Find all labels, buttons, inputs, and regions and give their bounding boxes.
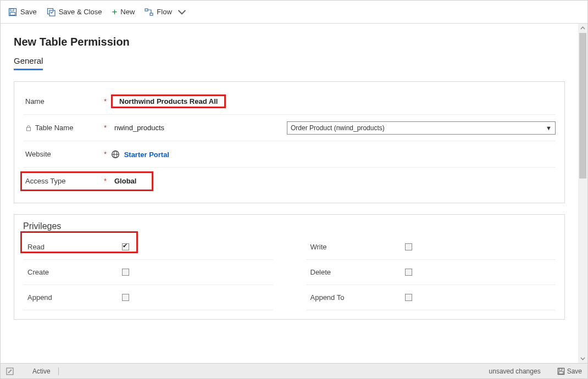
dropdown-value: Order Product (nwind_products) xyxy=(291,124,385,132)
table-name-label: Table Name * xyxy=(23,124,111,132)
privileges-section: Privileges Read Write Create xyxy=(14,214,565,320)
general-section: Name * Northwind Products Read All xyxy=(14,81,565,203)
svg-rect-1 xyxy=(10,9,14,11)
save-label: Save xyxy=(20,8,37,16)
delete-checkbox[interactable] xyxy=(405,269,412,276)
new-label: New xyxy=(120,8,135,16)
read-checkbox[interactable] xyxy=(122,243,129,250)
footer-save-button[interactable]: Save xyxy=(557,367,582,375)
edit-status-icon xyxy=(6,367,14,375)
append-to-label: Append To xyxy=(306,293,405,302)
scroll-down-button[interactable] xyxy=(578,354,587,363)
unsaved-changes-label: unsaved changes xyxy=(489,367,541,375)
access-type-field[interactable]: Global xyxy=(111,175,140,187)
lock-icon xyxy=(25,125,32,131)
name-label: Name * xyxy=(23,97,111,105)
svg-rect-4 xyxy=(49,10,55,16)
flow-icon xyxy=(145,8,153,16)
read-label: Read xyxy=(23,243,122,251)
new-button[interactable]: + New xyxy=(112,7,135,16)
chevron-down-icon xyxy=(177,8,186,16)
svg-rect-11 xyxy=(7,368,13,375)
record-status: Active xyxy=(32,367,51,375)
scrollbar-track[interactable] xyxy=(578,33,587,354)
globe-icon xyxy=(111,150,120,159)
svg-rect-7 xyxy=(27,127,31,131)
table-name-dropdown[interactable]: Order Product (nwind_products) ▼ xyxy=(287,121,556,135)
website-value[interactable]: Starter Portal xyxy=(111,150,169,159)
table-name-field[interactable]: nwind_products xyxy=(111,121,168,134)
append-to-checkbox[interactable] xyxy=(405,294,412,301)
required-marker: * xyxy=(104,124,111,132)
svg-rect-14 xyxy=(559,371,563,374)
svg-rect-6 xyxy=(150,13,153,15)
status-bar: Active unsaved changes Save xyxy=(1,363,587,378)
command-bar: Save Save & Close + New Flow xyxy=(1,1,587,24)
scroll-up-button[interactable] xyxy=(578,24,587,33)
save-icon xyxy=(557,367,565,375)
save-close-label: Save & Close xyxy=(59,8,102,16)
create-label: Create xyxy=(23,268,122,276)
save-close-icon xyxy=(47,8,56,16)
flow-button[interactable]: Flow xyxy=(145,8,186,16)
flow-label: Flow xyxy=(157,8,171,16)
name-field[interactable]: Northwind Products Read All xyxy=(116,95,221,108)
save-icon xyxy=(8,8,17,16)
required-marker: * xyxy=(104,177,111,185)
append-label: Append xyxy=(23,293,122,302)
save-button[interactable]: Save xyxy=(8,8,37,16)
save-close-button[interactable]: Save & Close xyxy=(47,8,102,16)
write-checkbox[interactable] xyxy=(405,243,412,250)
required-marker: * xyxy=(104,97,111,105)
required-marker: * xyxy=(104,150,111,158)
privileges-title: Privileges xyxy=(23,221,556,231)
tab-row: General xyxy=(14,56,565,70)
page-title: New Table Permission xyxy=(14,36,565,48)
svg-rect-5 xyxy=(145,9,148,11)
delete-label: Delete xyxy=(306,268,405,276)
name-highlight: Northwind Products Read All xyxy=(111,94,226,108)
caret-down-icon: ▼ xyxy=(546,125,552,131)
write-label: Write xyxy=(306,243,405,251)
footer-save-label: Save xyxy=(567,367,582,375)
scrollbar-thumb[interactable] xyxy=(579,33,586,179)
website-label: Website * xyxy=(23,150,111,158)
svg-rect-2 xyxy=(10,12,15,15)
vertical-scrollbar[interactable] xyxy=(578,24,587,363)
access-type-label: Access Type * xyxy=(23,177,111,185)
tab-general[interactable]: General xyxy=(14,56,43,70)
create-checkbox[interactable] xyxy=(122,269,129,276)
svg-rect-13 xyxy=(559,368,562,370)
append-checkbox[interactable] xyxy=(122,294,129,301)
plus-icon: + xyxy=(112,7,117,16)
separator xyxy=(58,367,59,375)
